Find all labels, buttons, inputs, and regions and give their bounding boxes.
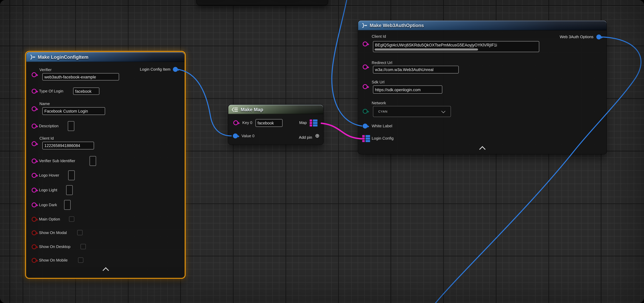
logo-dark-input[interactable] [64, 200, 71, 210]
collapse-node-chevron-icon[interactable] [479, 146, 486, 152]
logo-hover-input[interactable] [68, 170, 75, 180]
wire-top-to-white-label[interactable] [332, 0, 362, 126]
field-label: Show On Desktop [39, 244, 70, 249]
add-pin-label[interactable]: Add pin [299, 135, 312, 140]
value-0-label: Value 0 [242, 134, 254, 138]
make-struct-icon [362, 23, 367, 28]
input-pin-logo-hover[interactable] [32, 173, 36, 178]
sdk-url-input[interactable]: https://sdk.openlogin.com [373, 85, 442, 94]
field-label: Main Option [39, 217, 60, 222]
node-make-login-config-item[interactable]: Make LoginConfigItem Login Config Item V… [26, 52, 184, 278]
input-pin-redirect-url[interactable] [362, 64, 368, 70]
input-pin-network[interactable] [362, 109, 368, 114]
field-label: Verifier Sub Identifier [39, 158, 75, 164]
field-label: Show On Modal [39, 230, 67, 235]
input-pin-client-id[interactable] [32, 141, 36, 146]
output-pin-login-config-item[interactable] [173, 67, 178, 72]
input-pin-type-of-login[interactable] [32, 89, 36, 94]
input-pin-name[interactable] [32, 106, 36, 111]
input-pin-value-0[interactable] [233, 134, 238, 138]
node-header[interactable]: Make Map [228, 105, 323, 114]
client-id-label: Client Id [372, 34, 386, 39]
wire-map-to-login-config[interactable] [321, 123, 362, 139]
node-title: Make LoginConfigItem [38, 54, 88, 60]
node-make-web3auth-options[interactable]: Make Web3AuthOptions Web 3Auth Options C… [358, 20, 606, 154]
blueprint-canvas[interactable]: Make LoginConfigItem Login Config Item V… [0, 0, 644, 303]
field-label: Show On Mobile [39, 258, 68, 263]
input-pin-client-id[interactable] [362, 42, 368, 46]
make-struct-icon [30, 54, 35, 60]
input-pin-key-0[interactable] [233, 120, 238, 125]
sdk-url-label: Sdk Url [372, 80, 384, 84]
network-selected-value: CYAN [373, 110, 388, 113]
field-label: Description [39, 124, 59, 128]
wire-login-config-item-to-value-0[interactable] [178, 70, 232, 136]
field-label: Name [40, 102, 50, 106]
plus-circle-icon[interactable]: ⊕ [315, 133, 320, 138]
collapse-node-chevron-icon[interactable] [102, 267, 109, 274]
verifier-input[interactable]: web3auth-facebook-example [42, 73, 119, 80]
show-on-modal-checkbox[interactable] [77, 230, 83, 235]
output-pin-label: Web 3Auth Options [560, 34, 594, 40]
network-label: Network [372, 100, 386, 106]
type-of-login-input[interactable]: facebook [73, 88, 99, 95]
logo-light-input[interactable] [66, 185, 73, 195]
make-map-icon [232, 107, 238, 112]
output-pin-label: Login Config Item [140, 67, 170, 72]
field-label: Logo Light [39, 188, 57, 193]
login-config-label: Login Config [372, 136, 394, 141]
partial-node-top[interactable] [197, 0, 328, 5]
input-pin-login-config[interactable] [362, 135, 371, 142]
input-pin-logo-light[interactable] [32, 188, 36, 193]
chevron-down-icon [441, 109, 446, 113]
output-pin-map[interactable] [310, 120, 318, 126]
field-label: Type Of Login [39, 89, 64, 94]
output-pin-web3auth-options[interactable] [596, 34, 601, 40]
key-0-label: Key 0 [242, 120, 252, 125]
field-label: Verifier [40, 67, 52, 72]
node-title: Make Web3AuthOptions [370, 23, 424, 28]
show-on-mobile-checkbox[interactable] [78, 258, 84, 263]
white-label-label: White Label [372, 124, 392, 128]
input-pin-sdk-url[interactable] [362, 84, 368, 89]
verifier-sub-identifier-input[interactable] [90, 156, 96, 166]
input-pin-logo-dark[interactable] [32, 202, 36, 208]
field-label: Client Id [40, 136, 54, 141]
main-option-checkbox[interactable] [69, 216, 74, 222]
input-pin-verifier-sub-identifier[interactable] [32, 158, 36, 164]
node-header[interactable]: Make LoginConfigItem [26, 52, 184, 62]
name-input[interactable]: Facebook Custom Login [42, 107, 105, 115]
redirect-url-label: Redirect Url [372, 60, 392, 66]
key-0-input[interactable]: facebook [256, 119, 282, 127]
input-pin-verifier[interactable] [32, 72, 36, 77]
input-pin-main-option[interactable] [32, 217, 36, 222]
input-pin-white-label[interactable] [362, 124, 368, 128]
node-header[interactable]: Make Web3AuthOptions [358, 20, 606, 30]
redirect-url-input[interactable]: w3a://com.w3a.Web3AuthUnreal [373, 66, 459, 74]
show-on-desktop-checkbox[interactable] [80, 244, 86, 249]
input-pin-description[interactable] [32, 124, 36, 128]
input-pin-show-on-mobile[interactable] [32, 258, 36, 263]
client-id-scrollbar[interactable] [374, 48, 478, 50]
network-dropdown[interactable]: CYAN [373, 106, 451, 117]
node-title: Make Map [241, 107, 263, 112]
map-output-label: Map [299, 120, 307, 125]
field-label: Logo Hover [39, 173, 59, 178]
field-label: Logo Dark [39, 202, 57, 208]
node-make-map[interactable]: Make Map Key 0 facebook Map Value 0 Add … [228, 105, 323, 144]
input-pin-show-on-modal[interactable] [32, 230, 36, 235]
description-input[interactable] [68, 121, 74, 131]
client-id-input[interactable]: 1222658941886084 [42, 142, 94, 150]
input-pin-show-on-desktop[interactable] [32, 244, 36, 249]
